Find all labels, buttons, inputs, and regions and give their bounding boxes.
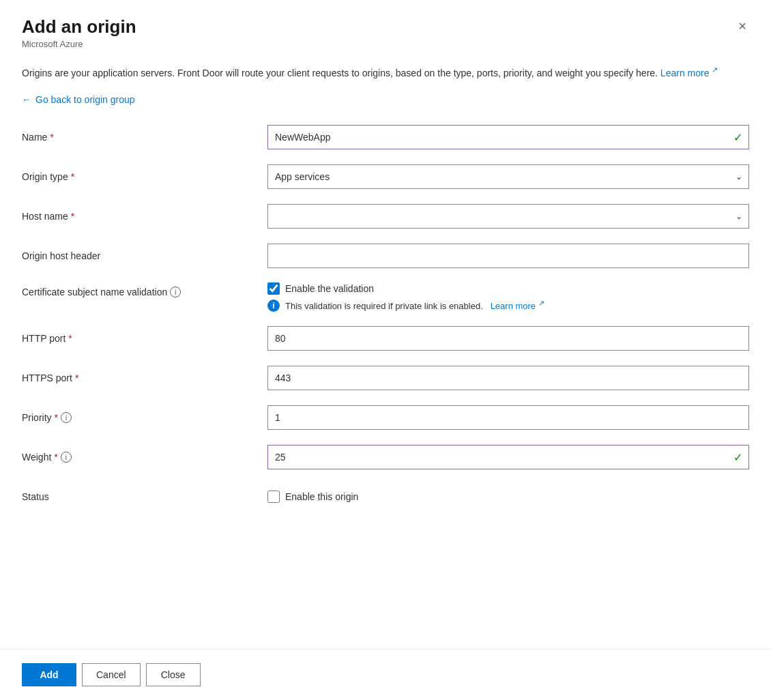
name-input[interactable] (267, 125, 749, 149)
priority-input[interactable] (267, 405, 749, 430)
description-text: Origins are your application servers. Fr… (22, 64, 749, 81)
host-name-select[interactable] (267, 204, 749, 229)
form-area: Name * ✓ Origin type * App services Stor… (22, 124, 749, 632)
https-port-required-star: * (75, 373, 78, 383)
https-port-row: HTTPS port * (22, 365, 749, 391)
name-required-star: * (50, 132, 53, 143)
host-name-row: Host name * ⌄ (22, 203, 749, 229)
priority-info-icon: i (61, 412, 72, 423)
certificate-validation-content: Enable the validation i This validation … (267, 282, 749, 312)
origin-type-label: Origin type * (22, 171, 267, 182)
origin-host-header-input[interactable] (267, 244, 749, 268)
priority-required-star: * (55, 412, 58, 423)
http-port-label: HTTP port * (22, 333, 267, 344)
host-name-wrapper: ⌄ (267, 204, 749, 229)
certificate-info-icon: i (170, 287, 181, 297)
name-valid-icon: ✓ (733, 130, 742, 143)
name-row: Name * ✓ (22, 124, 749, 150)
weight-required-star: * (54, 452, 57, 463)
certificate-validation-row: Certificate subject name validation i En… (22, 282, 749, 312)
weight-row: Weight * i ✓ (22, 444, 749, 470)
origin-type-row: Origin type * App services Storage Cloud… (22, 164, 749, 190)
panel-title: Add an origin (22, 16, 136, 38)
weight-valid-icon: ✓ (733, 450, 742, 463)
add-button[interactable]: Add (22, 663, 76, 686)
http-port-required-star: * (68, 333, 72, 344)
info-circle-icon: i (267, 300, 280, 312)
http-port-row: HTTP port * (22, 325, 749, 351)
description-learn-more-link[interactable]: Learn more ↗ (660, 68, 718, 78)
https-port-label: HTTPS port * (22, 373, 267, 383)
cancel-button[interactable]: Cancel (82, 663, 141, 686)
https-port-wrapper (267, 366, 749, 390)
certificate-validation-label: Certificate subject name validation i (22, 282, 267, 297)
weight-label: Weight * i (22, 452, 267, 463)
add-origin-panel: Add an origin Microsoft Azure × Origins … (0, 0, 771, 700)
status-label: Status (22, 491, 267, 502)
name-field-wrapper: ✓ (267, 125, 749, 149)
status-checkbox[interactable] (267, 491, 280, 503)
panel-subtitle: Microsoft Azure (22, 39, 136, 49)
certificate-learn-more-link[interactable]: Learn more ↗ (488, 301, 544, 311)
origin-type-select[interactable]: App services Storage Cloud service Custo… (267, 164, 749, 189)
http-port-input[interactable] (267, 326, 749, 351)
origin-type-required-star: * (71, 171, 74, 182)
panel-header: Add an origin Microsoft Azure × (22, 16, 749, 49)
priority-label: Priority * i (22, 412, 267, 423)
cert-external-link-icon: ↗ (538, 299, 544, 307)
status-wrapper: Enable this origin (267, 491, 749, 503)
back-to-origin-group-link[interactable]: ← Go back to origin group (22, 94, 749, 105)
origin-type-wrapper: App services Storage Cloud service Custo… (267, 164, 749, 189)
certificate-checkbox[interactable] (267, 282, 280, 295)
https-port-input[interactable] (267, 366, 749, 390)
host-name-required-star: * (71, 211, 74, 222)
status-checkbox-label[interactable]: Enable this origin (267, 491, 749, 503)
priority-row: Priority * i (22, 405, 749, 431)
name-label: Name * (22, 132, 267, 143)
weight-info-icon: i (61, 452, 72, 463)
status-row: Status Enable this origin (22, 484, 749, 510)
external-link-icon: ↗ (712, 65, 718, 74)
host-name-label: Host name * (22, 211, 267, 222)
header-text: Add an origin Microsoft Azure (22, 16, 136, 49)
close-button[interactable]: Close (146, 663, 201, 686)
http-port-wrapper (267, 326, 749, 351)
origin-host-header-label: Origin host header (22, 250, 267, 261)
back-arrow-icon: ← (22, 94, 31, 105)
validation-info-message: i This validation is required if private… (267, 299, 749, 312)
certificate-checkbox-label[interactable]: Enable the validation (267, 282, 374, 295)
weight-input[interactable] (267, 445, 749, 469)
origin-host-header-row: Origin host header (22, 243, 749, 269)
priority-wrapper (267, 405, 749, 430)
close-panel-button[interactable]: × (736, 16, 749, 35)
certificate-checkbox-row: Enable the validation (267, 282, 749, 295)
footer-buttons: Add Cancel Close (22, 650, 749, 700)
origin-host-header-wrapper (267, 244, 749, 268)
weight-wrapper: ✓ (267, 445, 749, 469)
